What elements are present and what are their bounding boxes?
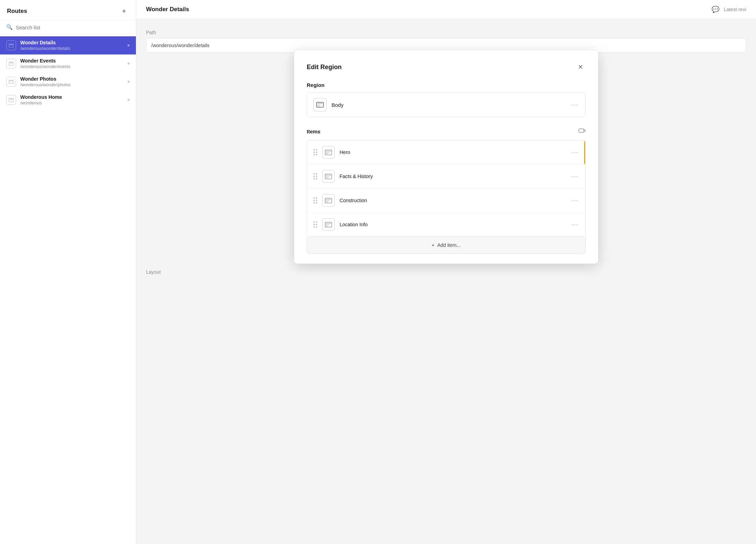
route-icon bbox=[6, 59, 16, 68]
svg-rect-26 bbox=[326, 223, 331, 224]
route-dot bbox=[128, 63, 130, 65]
item-menu-button[interactable]: ⋯ bbox=[571, 148, 579, 156]
region-icon bbox=[313, 98, 327, 111]
list-item: Hero ⋯ bbox=[307, 140, 585, 164]
main-panel: Wonder Details 💬 Latest revi Path /wonde… bbox=[136, 0, 756, 544]
route-path: /wonderous bbox=[20, 101, 123, 105]
svg-rect-9 bbox=[317, 103, 323, 104]
sidebar-item-wonder-events[interactable]: Wonder Events /wonderous/wonder/events bbox=[0, 54, 136, 73]
item-menu-button[interactable]: ⋯ bbox=[571, 196, 579, 205]
region-menu-button[interactable]: ⋯ bbox=[571, 101, 579, 109]
item-menu-button[interactable]: ⋯ bbox=[571, 172, 579, 181]
sidebar-item-wonder-photos[interactable]: Wonder Photos /wonderous/wonder/photos bbox=[0, 73, 136, 91]
route-icon bbox=[6, 41, 16, 50]
edit-region-modal: Edit Region ✕ Region Body bbox=[294, 51, 598, 264]
svg-rect-1 bbox=[9, 44, 13, 45]
svg-rect-11 bbox=[317, 106, 320, 106]
svg-rect-14 bbox=[326, 150, 331, 152]
svg-rect-7 bbox=[9, 99, 13, 100]
route-name: Wonderous Home bbox=[20, 94, 123, 100]
svg-rect-22 bbox=[326, 199, 331, 200]
route-name: Wonder Photos bbox=[20, 76, 123, 82]
svg-rect-23 bbox=[326, 200, 329, 201]
main-header: Wonder Details 💬 Latest revi bbox=[136, 0, 756, 19]
svg-rect-12 bbox=[579, 129, 584, 132]
page-title: Wonder Details bbox=[146, 6, 189, 13]
route-dot bbox=[128, 44, 130, 46]
route-name: Wonder Details bbox=[20, 40, 123, 45]
svg-rect-3 bbox=[9, 63, 13, 63]
route-path: /wonderous/wonder/photos bbox=[20, 82, 123, 87]
sidebar-title: Routes bbox=[7, 8, 27, 15]
route-info: Wonder Photos /wonderous/wonder/photos bbox=[20, 76, 123, 87]
svg-rect-19 bbox=[326, 176, 329, 177]
region-card: Body ⋯ bbox=[307, 92, 586, 117]
svg-rect-28 bbox=[326, 226, 328, 226]
modal-header: Edit Region ✕ bbox=[307, 62, 586, 72]
drag-handle[interactable] bbox=[313, 173, 317, 179]
items-section-label: Items bbox=[307, 128, 320, 134]
search-bar: 🔍 bbox=[0, 21, 136, 34]
accent-bar bbox=[584, 140, 585, 164]
svg-rect-18 bbox=[326, 175, 331, 176]
item-menu-button[interactable]: ⋯ bbox=[571, 220, 579, 229]
sidebar-item-wonderous-home[interactable]: Wonderous Home /wonderous bbox=[0, 91, 136, 109]
item-icon bbox=[322, 218, 335, 231]
list-item: Construction ⋯ bbox=[307, 189, 585, 213]
items-container: Hero ⋯ Facts & History ⋯ bbox=[307, 140, 586, 254]
add-item-button[interactable]: + Add item... bbox=[307, 237, 586, 254]
main-content: Path /wonderous/wonder/details Edit Regi… bbox=[136, 19, 756, 544]
route-path: /wonderous/wonder/events bbox=[20, 64, 123, 69]
region-section-label: Region bbox=[307, 82, 586, 88]
svg-rect-10 bbox=[317, 105, 321, 105]
svg-rect-16 bbox=[326, 153, 328, 154]
route-name: Wonder Events bbox=[20, 58, 123, 64]
route-dot bbox=[128, 81, 130, 83]
items-header: Items bbox=[307, 127, 586, 136]
sidebar-item-wonder-details[interactable]: Wonder Details /wonderous/wonder/details bbox=[0, 36, 136, 54]
drag-handle[interactable] bbox=[313, 197, 317, 204]
search-input[interactable] bbox=[16, 24, 130, 30]
route-path: /wonderous/wonder/details bbox=[20, 46, 123, 51]
route-info: Wonderous Home /wonderous bbox=[20, 94, 123, 105]
item-icon bbox=[322, 194, 335, 207]
modal-title: Edit Region bbox=[307, 64, 342, 71]
item-name: Hero bbox=[340, 149, 566, 155]
sidebar: Routes + 🔍 Wonder Details /wonderous/won… bbox=[0, 0, 136, 544]
item-icon bbox=[322, 146, 335, 159]
route-dot bbox=[128, 99, 130, 101]
search-icon: 🔍 bbox=[6, 24, 13, 30]
route-info: Wonder Details /wonderous/wonder/details bbox=[20, 40, 123, 51]
item-name: Facts & History bbox=[340, 174, 566, 179]
item-name: Construction bbox=[340, 198, 566, 203]
add-route-button[interactable]: + bbox=[119, 6, 129, 16]
item-name: Location Info bbox=[340, 222, 566, 227]
route-icon bbox=[6, 77, 16, 87]
drag-handle[interactable] bbox=[313, 221, 317, 228]
header-actions: 💬 Latest revi bbox=[712, 6, 746, 13]
region-name: Body bbox=[332, 102, 566, 108]
add-item-label: Add item... bbox=[437, 242, 461, 248]
comment-icon[interactable]: 💬 bbox=[712, 6, 719, 13]
svg-rect-24 bbox=[326, 201, 328, 202]
close-modal-button[interactable]: ✕ bbox=[575, 62, 586, 72]
add-item-plus-icon: + bbox=[431, 242, 434, 248]
list-item: Location Info ⋯ bbox=[307, 213, 585, 236]
item-icon bbox=[322, 170, 335, 183]
latest-review-label: Latest revi bbox=[724, 7, 746, 12]
sidebar-header: Routes + bbox=[0, 0, 136, 21]
modal-overlay: Edit Region ✕ Region Body bbox=[136, 19, 756, 544]
svg-rect-20 bbox=[326, 177, 328, 178]
svg-rect-27 bbox=[326, 224, 329, 225]
route-list: Wonder Details /wonderous/wonder/details… bbox=[0, 34, 136, 544]
items-list: Hero ⋯ Facts & History ⋯ bbox=[307, 140, 586, 237]
svg-rect-5 bbox=[9, 81, 13, 81]
drag-handle[interactable] bbox=[313, 149, 317, 155]
route-info: Wonder Events /wonderous/wonder/events bbox=[20, 58, 123, 69]
list-item: Facts & History ⋯ bbox=[307, 164, 585, 189]
add-items-icon[interactable] bbox=[579, 127, 586, 136]
svg-rect-15 bbox=[326, 152, 329, 153]
route-icon bbox=[6, 95, 16, 105]
